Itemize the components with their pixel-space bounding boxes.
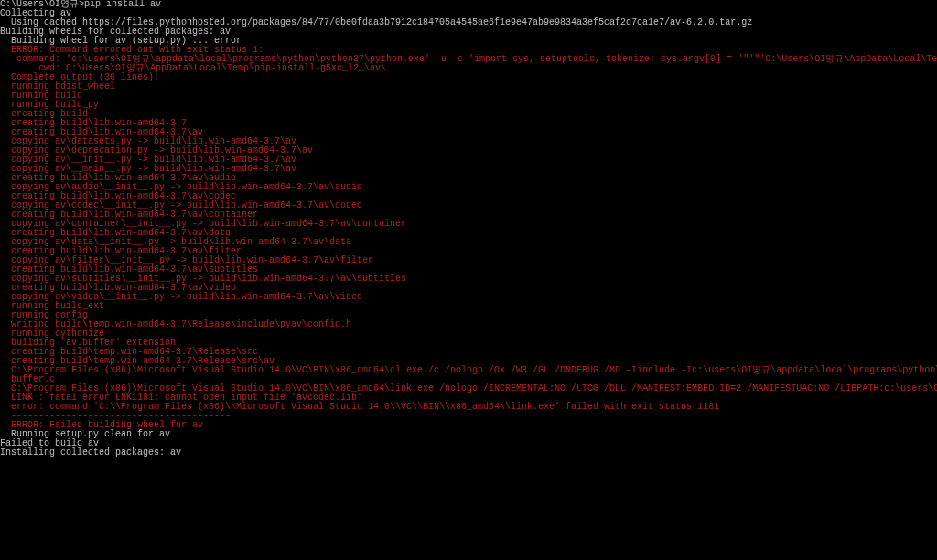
terminal-line: running build [0,92,937,101]
terminal-line: running bdist_wheel [0,82,937,92]
terminal-line: writing build\temp.win-amd64-3.7\Release… [0,320,937,329]
terminal-line: running build_py [0,101,937,110]
terminal-line: running build_ext [0,302,937,311]
terminal-line: Complete output (36 lines): [0,73,937,82]
terminal-line: Running setup.py clean for av [0,430,937,439]
terminal-line: C:\Users\OI영규>pip install av [0,0,937,9]
terminal-line: copying av\video\__init__.py -> build\li… [0,293,937,302]
terminal-line: C:\Program Files (x86)\Microsoft Visual … [0,366,937,375]
terminal-line: Installing collected packages: av [0,448,937,458]
terminal-output[interactable]: C:\Users\OI영규>pip install avCollecting a… [0,0,937,560]
